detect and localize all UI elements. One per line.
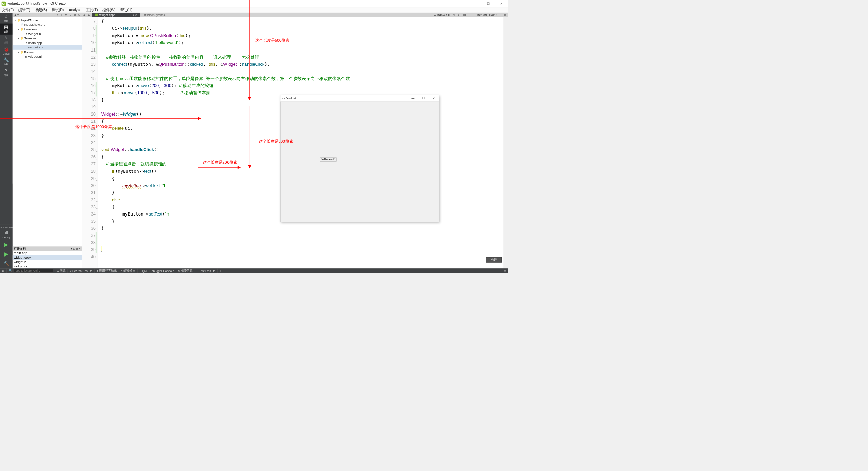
bug-icon: 🐞 — [4, 47, 9, 52]
search-icon: 🔍 — [9, 269, 13, 273]
design-icon: ✎ — [4, 36, 8, 41]
encoding-indicator[interactable]: Windows (CRLF) — [434, 13, 459, 17]
minimize-button[interactable]: — — [469, 0, 482, 7]
widget-minimize-button[interactable]: — — [408, 97, 418, 100]
menu-build[interactable]: 构建(B) — [35, 8, 47, 13]
compile-output-pane[interactable]: 4 编译输出 — [119, 268, 138, 273]
open-file-main-cpp[interactable]: main.cpp — [13, 251, 82, 255]
titlebar: Qt widget.cpp @ InputShow - Qt Creator —… — [0, 0, 508, 7]
menu-analyze[interactable]: Analyze — [68, 8, 81, 12]
symbol-selector[interactable]: <Select Symbol> — [142, 13, 168, 17]
locator-input[interactable] — [13, 269, 53, 273]
hammer-icon: 🔨 — [4, 261, 9, 266]
edit-icon: ▤ — [4, 25, 8, 30]
open-file-widget-h[interactable]: widget.h — [13, 260, 82, 264]
tree-item-widget-cpp[interactable]: cwidget.cpp — [13, 45, 82, 49]
build-button[interactable]: 🔨 — [4, 259, 9, 268]
nav-fwd-icon[interactable]: ▶ — [87, 13, 92, 17]
project-tree[interactable]: ▾📁InputShow📄InputShow.pro▾📁Headershwidge… — [13, 17, 82, 183]
open-file-widget-ui[interactable]: widget.ui — [13, 264, 82, 268]
close-button[interactable]: ✕ — [495, 0, 508, 7]
test-results-pane[interactable]: 8 Test Results — [195, 268, 217, 273]
open-files-toolbar[interactable]: ▾ ⊟ ⧉ ✕ — [71, 247, 81, 250]
bottom-bar: ⊞ 🔍 1 问题 2 Search Results 3 应用程序输出 4 编译输… — [0, 268, 508, 273]
mode-projects[interactable]: 🔧项目 — [0, 56, 13, 67]
editor-tab[interactable]: widget.cpp* ▾ ✕ — [92, 13, 140, 17]
open-files-header: 打开文档 — [14, 247, 25, 251]
help-icon: ? — [5, 68, 7, 73]
widget-close-button[interactable]: ✕ — [429, 97, 439, 100]
issues-pane[interactable]: 1 问题 — [55, 268, 68, 273]
cursor-position[interactable]: Line: 39, Col: 1 — [475, 13, 498, 17]
menu-file[interactable]: 文件(F) — [2, 8, 14, 13]
tree-item-inputshow[interactable]: ▾📁InputShow — [13, 18, 82, 22]
open-file-widget-cpp-[interactable]: widget.cpp* — [13, 255, 82, 260]
app-icon: Qt — [2, 1, 6, 6]
tab-label: widget.cpp* — [99, 13, 115, 17]
tab-close-icon[interactable]: ▾ ✕ — [133, 13, 138, 17]
window-icon: ▭ — [282, 96, 285, 100]
play-debug-icon: ▶ — [4, 251, 8, 257]
general-messages-pane[interactable]: 6 概要信息 — [176, 268, 195, 273]
menu-help[interactable]: 帮助(H) — [120, 8, 133, 13]
build-status-button[interactable]: 构建 — [486, 257, 502, 263]
kit-selector[interactable]: InputShow🖥Debug — [0, 225, 13, 240]
widget-preview-window[interactable]: ▭ Widget — ☐ ✕ hello world — [280, 95, 439, 222]
menu-debug[interactable]: 调试(D) — [52, 8, 64, 13]
menu-edit[interactable]: 编辑(E) — [18, 8, 30, 13]
maximize-button[interactable]: ☐ — [482, 0, 495, 7]
qml-console-pane[interactable]: 5 QML Debugger Console — [138, 268, 176, 273]
mode-welcome[interactable]: ⌂欢迎 — [0, 13, 13, 23]
widget-maximize-button[interactable]: ☐ — [418, 97, 428, 100]
menu-tools[interactable]: 工具(T) — [86, 8, 98, 13]
window-title: widget.cpp @ InputShow - Qt Creator — [7, 2, 67, 6]
projects-header: 项目 — [14, 13, 20, 17]
mode-design[interactable]: ✎设计 — [0, 35, 13, 45]
mode-edit[interactable]: ▤编辑 — [0, 24, 13, 35]
mode-debug[interactable]: 🐞Debug — [0, 45, 13, 56]
editor-area: ◀ ▶ widget.cpp* ▾ ✕ <Select Symbol> Wind… — [82, 13, 508, 268]
search-results-pane[interactable]: 2 Search Results — [68, 268, 95, 273]
home-icon: ⌂ — [5, 14, 8, 19]
project-toolbar[interactable]: ▾ T ⊕ ⊟ ⧉ ⊟ — [57, 13, 80, 16]
tree-item-widget-h[interactable]: hwidget.h — [13, 32, 82, 36]
pane-toggle-icon[interactable]: ÷ — [218, 268, 223, 273]
cpp-icon — [95, 14, 98, 16]
editor-tabstrip: ◀ ▶ widget.cpp* ▾ ✕ <Select Symbol> Wind… — [82, 13, 508, 17]
progress-area: ▭ — [504, 269, 508, 273]
tree-item-main-cpp[interactable]: cmain.cpp — [13, 41, 82, 45]
tree-item-widget-ui[interactable]: uiwidget.ui — [13, 54, 82, 59]
tree-item-headers[interactable]: ▾📁Headers — [13, 27, 82, 32]
output-toggle-icon[interactable]: ⊞ — [0, 268, 7, 273]
menu-window[interactable]: 控件(W) — [102, 8, 115, 13]
vertical-scrollbar[interactable] — [504, 17, 508, 268]
app-output-pane[interactable]: 3 应用程序输出 — [95, 268, 119, 273]
hello-world-button[interactable]: hello world — [320, 157, 336, 161]
side-panel: 项目 ▾ T ⊕ ⊟ ⧉ ⊟ ▾📁InputShow📄InputShow.pro… — [13, 13, 82, 268]
wrench-icon: 🔧 — [4, 57, 9, 62]
line-gutter[interactable]: 7▾891011121314151617181920▾21▾22232425▾2… — [82, 17, 98, 268]
tree-item-sources[interactable]: ▾📁Sources — [13, 36, 82, 40]
tree-item-forms[interactable]: ▾📁Forms — [13, 50, 82, 54]
split-icon[interactable]: ⧉ — [504, 13, 506, 17]
monitor-icon: 🖥 — [0, 230, 12, 235]
debug-run-button[interactable]: ▶ — [4, 249, 8, 259]
open-files-list[interactable]: main.cppwidget.cpp*widget.hwidget.ui — [13, 251, 82, 268]
run-button[interactable]: ▶ — [4, 240, 8, 249]
nav-back-icon[interactable]: ◀ — [82, 13, 87, 17]
mode-help[interactable]: ?帮助 — [0, 67, 13, 78]
menubar[interactable]: 文件(F) 编辑(E) 构建(B) 调试(D) Analyze 工具(T) 控件… — [0, 7, 508, 13]
play-icon: ▶ — [4, 242, 8, 248]
tree-item-inputshow-pro[interactable]: 📄InputShow.pro — [13, 22, 82, 27]
mode-bar: ⌂欢迎 ▤编辑 ✎设计 🐞Debug 🔧项目 ?帮助 InputShow🖥Deb… — [0, 13, 13, 268]
widget-title: Widget — [286, 97, 296, 100]
